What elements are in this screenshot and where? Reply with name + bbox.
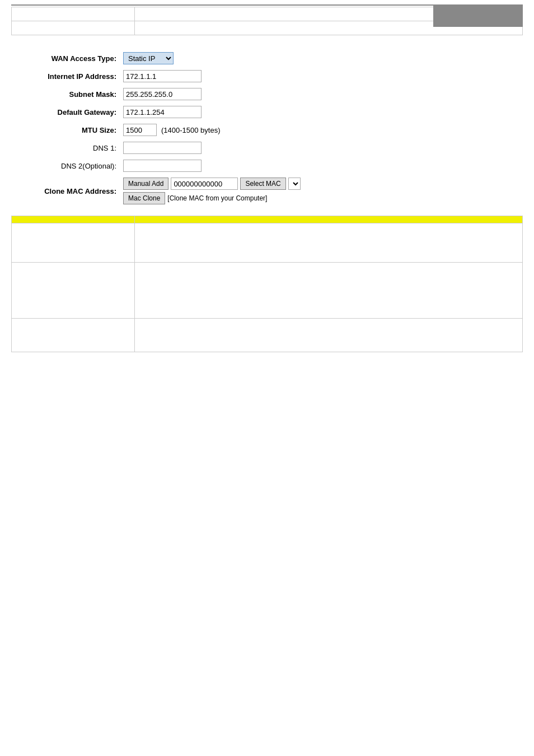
select-mac-dropdown[interactable] xyxy=(288,178,301,190)
top-table-cell-1-1 xyxy=(12,7,135,21)
mac-address-input[interactable] xyxy=(171,178,238,190)
table-row xyxy=(12,263,523,319)
yellow-row1-col1 xyxy=(12,223,135,263)
internet-ip-label: Internet IP Address: xyxy=(11,72,123,81)
yellow-table xyxy=(11,216,523,352)
mtu-size-row: MTU Size: (1400-1500 bytes) xyxy=(11,124,523,136)
default-gateway-label: Default Gateway: xyxy=(11,108,123,116)
clone-hint: [Clone MAC from your Computer] xyxy=(167,194,267,202)
dns1-row: DNS 1: xyxy=(11,142,523,154)
gray-bar xyxy=(433,6,523,27)
table-row xyxy=(12,319,523,352)
dns2-input[interactable] xyxy=(123,160,202,172)
mtu-size-label: MTU Size: xyxy=(11,126,123,134)
dns2-label: DNS 2(Optional): xyxy=(11,162,123,170)
yellow-row3-col2 xyxy=(135,319,523,352)
yellow-header-col2 xyxy=(135,216,523,223)
yellow-row3-col1 xyxy=(12,319,135,352)
clone-mac-inner: Manual Add Select MAC xyxy=(123,178,301,190)
yellow-row2-col2 xyxy=(135,263,523,319)
subnet-mask-label: Subnet Mask: xyxy=(11,90,123,99)
dns2-row: DNS 2(Optional): xyxy=(11,160,523,172)
wan-access-type-select[interactable]: Static IP DHCP PPPoE xyxy=(123,52,174,64)
subnet-mask-input[interactable] xyxy=(123,88,202,100)
dns1-input[interactable] xyxy=(123,142,202,154)
top-table-cell-2-1 xyxy=(12,21,135,35)
table-row xyxy=(12,223,523,263)
wan-access-type-row: WAN Access Type: Static IP DHCP PPPoE xyxy=(11,52,523,64)
subnet-mask-row: Subnet Mask: xyxy=(11,88,523,100)
clone-mac-row: Clone MAC Address: Manual Add Select MAC… xyxy=(11,178,523,204)
yellow-row2-col1 xyxy=(12,263,135,319)
yellow-table-header xyxy=(12,216,523,223)
internet-ip-input[interactable] xyxy=(123,70,202,82)
clone-mac-label: Clone MAC Address: xyxy=(11,187,123,195)
clone-mac-controls: Manual Add Select MAC Mac Clone [Clone M… xyxy=(123,178,301,204)
top-divider xyxy=(11,4,523,6)
clone-mac-row2: Mac Clone [Clone MAC from your Computer] xyxy=(123,192,301,204)
manual-add-button[interactable]: Manual Add xyxy=(123,178,168,190)
yellow-header-col1 xyxy=(12,216,135,223)
default-gateway-row: Default Gateway: xyxy=(11,106,523,118)
mtu-size-input[interactable] xyxy=(123,124,157,136)
mtu-hint: (1400-1500 bytes) xyxy=(161,126,221,134)
mac-clone-button[interactable]: Mac Clone xyxy=(123,192,165,204)
wan-select-wrapper: Static IP DHCP PPPoE xyxy=(123,52,174,64)
yellow-row1-col2 xyxy=(135,223,523,263)
internet-ip-row: Internet IP Address: xyxy=(11,70,523,82)
dns1-label: DNS 1: xyxy=(11,144,123,152)
select-mac-button[interactable]: Select MAC xyxy=(240,178,285,190)
default-gateway-input[interactable] xyxy=(123,106,202,118)
form-section: WAN Access Type: Static IP DHCP PPPoE In… xyxy=(11,52,523,204)
wan-access-type-label: WAN Access Type: xyxy=(11,54,123,63)
